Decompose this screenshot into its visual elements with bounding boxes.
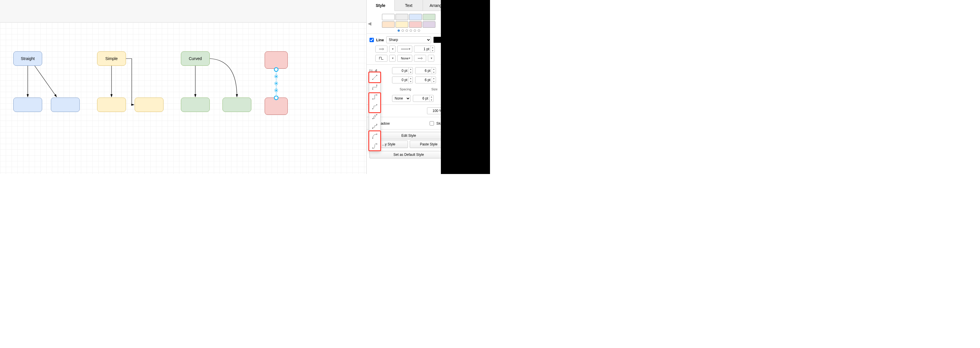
waypoint-option-isometric[interactable] [369, 102, 380, 112]
arrow-end-dd[interactable] [375, 46, 387, 52]
shape-red-1[interactable] [265, 51, 288, 69]
page-dot-1[interactable] [398, 29, 400, 32]
page-dot-6[interactable] [418, 29, 420, 32]
swatch-grey[interactable] [396, 14, 408, 20]
line-jumps-size[interactable]: 6 pt▲▼ [413, 95, 434, 102]
shape-blue-2[interactable] [13, 98, 42, 112]
page-dot-4[interactable] [410, 29, 412, 32]
format-panel: Style Text Arrange ◀ ▶ [366, 0, 451, 174]
waypoint-option-curved2[interactable] [369, 141, 380, 151]
default-style-button[interactable]: Set as Default Style [369, 151, 448, 158]
connector-waypoint-3[interactable] [275, 89, 278, 92]
connector-endpoint-top[interactable] [274, 68, 278, 71]
page-dot-2[interactable] [402, 29, 404, 32]
page-dot-5[interactable] [414, 29, 416, 32]
toolbar [0, 0, 366, 22]
black-sidebar-area [441, 0, 490, 174]
canvas[interactable]: Straight Simple Curved [0, 22, 366, 174]
swatch-yellow[interactable] [396, 21, 408, 28]
shape-curved[interactable]: Curved [181, 51, 210, 66]
line-jumps-select[interactable]: None [392, 95, 410, 102]
swatch-red[interactable] [409, 21, 422, 28]
waypoint-option-straight[interactable] [369, 73, 380, 82]
shape-yellow-2[interactable] [97, 98, 126, 112]
swatch-white[interactable] [382, 14, 395, 20]
waypoint-option-isometric2[interactable] [369, 112, 380, 122]
shape-green-2[interactable] [181, 98, 210, 112]
line-label: Line [376, 38, 384, 42]
shape-yellow-3[interactable] [135, 98, 164, 112]
connector-waypoint-1[interactable] [275, 75, 278, 78]
shape-straight[interactable]: Straight [13, 51, 42, 66]
connector-endpoint-bottom[interactable] [274, 96, 278, 100]
line-width-spinner[interactable]: 1 pt▲▼ [414, 46, 435, 52]
waypoint-option-curved[interactable] [369, 131, 380, 141]
tab-text[interactable]: Text [395, 0, 423, 11]
main-area: Straight Simple Curved [0, 0, 366, 174]
waypoint-option-orthogonal[interactable] [369, 82, 380, 92]
line-start-spacing[interactable]: 0 pt▲▼ [392, 76, 413, 84]
swatch-orange[interactable] [382, 21, 395, 28]
sketch-checkbox[interactable] [430, 121, 434, 125]
arrow-start-caret[interactable]: ▼ [428, 55, 434, 62]
waypoint-caret[interactable]: ▼ [389, 55, 396, 62]
arrow-start-none-dd[interactable]: None▼ [397, 55, 412, 62]
arrow-end-caret[interactable]: ▼ [389, 46, 396, 52]
arrow-start-dd[interactable] [414, 55, 426, 62]
edit-style-button[interactable]: Edit Style [369, 132, 448, 139]
shape-simple[interactable]: Simple [97, 51, 126, 66]
swatch-prev[interactable]: ◀ [368, 21, 371, 26]
line-start-size[interactable]: 6 pt▲▼ [415, 76, 436, 84]
swatch-blue[interactable] [409, 14, 422, 20]
waypoint-option-entity[interactable] [369, 122, 380, 131]
waypoint-style-popup [369, 72, 380, 151]
line-checkbox[interactable] [369, 38, 374, 42]
connector-waypoint-2[interactable] [275, 82, 278, 85]
line-dash-dd[interactable]: ▼ [397, 46, 412, 52]
spacing-header: Spacing [392, 87, 419, 91]
svg-line-1 [35, 66, 57, 97]
line-style-select[interactable]: Sharp [386, 36, 431, 43]
shape-blue-3[interactable] [51, 98, 80, 112]
waypoint-dd[interactable] [375, 55, 387, 62]
line-end-size[interactable]: 6 pt▲▼ [415, 67, 436, 74]
line-end-spacing[interactable]: 0 pt▲▼ [392, 67, 413, 74]
shape-red-2[interactable] [265, 98, 288, 115]
swatch-green[interactable] [423, 14, 435, 20]
tab-style[interactable]: Style [367, 0, 395, 11]
waypoint-option-simple[interactable] [369, 92, 380, 102]
svg-line-10 [373, 75, 377, 79]
page-dot-3[interactable] [406, 29, 408, 32]
shape-green-3[interactable] [223, 98, 251, 112]
swatch-purple[interactable] [423, 21, 435, 28]
